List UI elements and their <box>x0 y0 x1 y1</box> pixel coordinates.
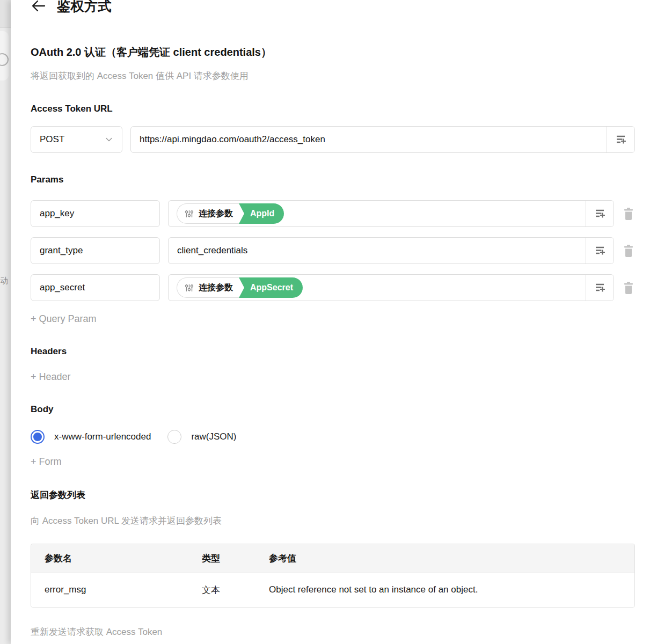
headers-label: Headers <box>31 346 635 357</box>
access-token-url-label: Access Token URL <box>31 104 635 114</box>
trash-icon <box>623 244 634 258</box>
table-row: error_msg 文本 Object reference not set to… <box>31 572 634 607</box>
sliders-icon <box>185 209 194 218</box>
list-plus-icon <box>594 245 606 257</box>
column-reference-value: 参考值 <box>269 544 634 572</box>
list-plus-icon <box>594 208 606 219</box>
param-value-box <box>168 237 614 264</box>
column-type: 类型 <box>202 544 269 572</box>
tag-notch <box>239 203 244 224</box>
delete-icon[interactable] <box>622 206 635 221</box>
page-header: 鉴权方式 <box>31 0 635 16</box>
arrow-left-icon <box>31 0 46 12</box>
insert-field-button[interactable] <box>586 201 614 226</box>
radio-x-www-form-urlencoded[interactable]: x-www-form-urlencoded <box>31 430 151 444</box>
linked-param-tag[interactable]: 连接参数 AppId <box>177 203 284 224</box>
screen: 动作 鉴权方式 OAuth 2.0 认证（客户端凭证 client creden… <box>0 0 650 644</box>
tag-source-label: 连接参数 <box>199 208 233 219</box>
method-select[interactable]: POST <box>31 126 122 153</box>
trash-icon <box>623 207 634 221</box>
param-key-input[interactable] <box>31 237 160 264</box>
param-row: 连接参数 AppId <box>31 200 635 227</box>
add-query-param-link[interactable]: + Query Param <box>31 313 635 325</box>
linked-param-tag[interactable]: 连接参数 AppSecret <box>177 277 303 298</box>
param-key-input[interactable] <box>31 274 160 301</box>
radio-icon[interactable] <box>167 430 181 444</box>
param-row: 连接参数 AppSecret <box>31 274 635 301</box>
page-title: 鉴权方式 <box>57 0 112 15</box>
response-params-table: 参数名 类型 参考值 error_msg 文本 Object reference… <box>31 544 635 608</box>
add-header-link[interactable]: + Header <box>31 371 635 383</box>
body-type-radio-group: x-www-form-urlencoded raw(JSON) <box>31 430 635 444</box>
table-header-row: 参数名 类型 参考值 <box>31 544 634 572</box>
param-key-input[interactable] <box>31 200 160 227</box>
method-select-value: POST <box>40 134 64 145</box>
list-plus-icon <box>615 134 627 145</box>
cell-param-name: error_msg <box>31 572 202 607</box>
param-value-box: 连接参数 AppId <box>168 200 614 227</box>
back-button[interactable] <box>31 0 46 13</box>
sliders-icon <box>185 283 194 292</box>
cell-reference-value: Object reference not set to an instance … <box>269 572 634 607</box>
param-value-input[interactable] <box>169 238 586 264</box>
radio-raw-json[interactable]: raw(JSON) <box>167 430 236 444</box>
url-input[interactable] <box>131 127 607 152</box>
search-icon <box>0 53 9 67</box>
url-input-group <box>130 126 635 153</box>
auth-panel: 鉴权方式 OAuth 2.0 认证（客户端凭证 client credentia… <box>11 0 650 644</box>
chevron-down-icon <box>105 135 113 144</box>
insert-field-button[interactable] <box>607 127 634 152</box>
tag-notch <box>239 277 244 298</box>
tag-value-label: AppSecret <box>250 283 293 292</box>
add-form-link[interactable]: + Form <box>31 456 635 467</box>
param-value-box: 连接参数 AppSecret <box>168 274 614 301</box>
trash-icon <box>623 281 634 295</box>
delete-icon[interactable] <box>622 280 635 295</box>
background-topbar <box>0 0 11 28</box>
cell-type: 文本 <box>202 572 269 607</box>
tag-source-label: 连接参数 <box>199 282 233 294</box>
insert-field-button[interactable] <box>586 238 614 264</box>
param-row <box>31 237 635 264</box>
section-heading: OAuth 2.0 认证（客户端凭证 client credentials） <box>31 45 635 60</box>
access-token-url-row: POST <box>31 126 635 153</box>
background-page: 动作 <box>0 0 11 644</box>
response-params-label: 返回参数列表 <box>31 489 635 501</box>
radio-icon[interactable] <box>31 430 45 444</box>
delete-icon[interactable] <box>622 243 635 258</box>
params-label: Params <box>31 174 635 185</box>
response-params-description: 向 Access Token URL 发送请求并返回参数列表 <box>31 515 635 527</box>
tag-value-label: AppId <box>250 209 274 218</box>
resend-request-link[interactable]: 重新发送请求获取 Access Token <box>31 626 162 638</box>
section-subheading: 将返回获取到的 Access Token 值供 API 请求参数使用 <box>31 70 635 82</box>
list-plus-icon <box>594 282 606 294</box>
body-label: Body <box>31 404 635 415</box>
background-text: 动作 <box>0 276 8 290</box>
insert-field-button[interactable] <box>586 275 614 301</box>
column-param-name: 参数名 <box>31 544 202 572</box>
